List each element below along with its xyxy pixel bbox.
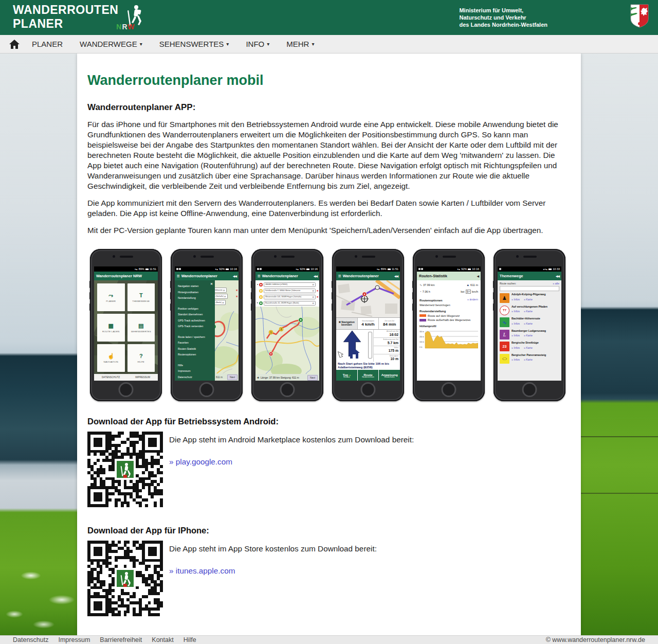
nav-stats-column: Ankunft am Ziel16:02 Entfernung zum Ziel… <box>373 330 400 362</box>
mountain-icon: ▲ <box>466 283 469 287</box>
list-item: ◯ Bergischer Panoramasteig » Infos» Kart… <box>500 354 559 364</box>
phone3-content: ◄386881 5686164 (UTM32)⊗ Schillerstraße … <box>255 280 319 381</box>
clock-icon: ◔ <box>419 290 422 293</box>
battery-icon <box>145 269 149 271</box>
content-box: Wanderroutenplaner mobil Wanderroutenpla… <box>77 53 581 636</box>
list-item: 23 Bergische Streifzüge » Infos» Karte <box>500 342 559 351</box>
chevron-down-icon: ▾ <box>140 41 142 47</box>
phone-screenshot-navigation: ▾▲89%11:51 ≡Wanderroutenplaner◀◀ <box>332 249 404 401</box>
delete-icon: ✖ <box>317 290 319 292</box>
phone3-screen: ▾▲92%10:16 ≡Wanderroutenplaner◀◀ ◄386881… <box>255 266 319 381</box>
navigation-map <box>336 280 400 317</box>
recalculate-button: RouteNeuberechnen <box>358 370 379 381</box>
camera-dot <box>193 255 196 258</box>
nav-item-wanderwege[interactable]: WANDERWEGE▾ <box>80 40 142 48</box>
list-item: ♟ Adolph-Kolping-Pilgerweg » Infos» Kart… <box>500 293 559 303</box>
phone5-content: ∿37.99 km ▲611 m ◔7:36 h bei5▾km/h Route… <box>417 280 481 381</box>
route-inputs: ◄386881 5686164 (UTM32)⊗ Schillerstraße … <box>255 280 319 307</box>
phone1-screen: ▾▲89%11:51 Wanderroutenplaner NRW ⤳PLANE… <box>94 266 158 381</box>
phone-screenshot-statistics: ▾▲92%10:16 Routen-Statistik◀ ∿37.99 km ▲… <box>413 249 485 401</box>
tile-planer: ⤳PLANER <box>97 283 125 311</box>
app-header: Wanderroutenplaner NRW <box>94 272 158 280</box>
nrw-letters: NRW <box>116 23 135 31</box>
hamburger-icon: ≡ <box>177 274 180 279</box>
nav-item-info[interactable]: INFO▾ <box>246 40 269 48</box>
footer-link-kontakt[interactable]: Kontakt <box>152 636 173 643</box>
hiker-icon: NRW <box>122 3 148 32</box>
itunes-apple-link[interactable]: » itunes.apple.com <box>169 566 235 576</box>
nav-item-mehr[interactable]: MEHR▾ <box>286 40 314 48</box>
via-pin-icon <box>259 289 263 293</box>
camera-dot <box>516 255 519 258</box>
paragraph-1: Für das iPhone und für Smartphones mit d… <box>87 119 571 191</box>
speaker-slot <box>281 256 295 258</box>
route-map: 1 2 <box>255 307 319 374</box>
site-logo[interactable]: WANDERROUTEN PLANER NRW <box>13 3 148 32</box>
iphone-download-heading: Download der App für IPhone: <box>87 526 581 535</box>
l-badge-icon: L <box>500 330 509 339</box>
clear-icon: ⊗ <box>312 296 314 298</box>
android-download-text: Die App steht im Android Marketplace kos… <box>169 432 414 507</box>
logo-line1: WANDERROUTEN <box>13 3 118 17</box>
ministry-line2: Naturschutz und Verkehr <box>459 14 547 21</box>
app-header: Themenwege◀◀ <box>498 272 561 280</box>
home-button <box>522 382 537 397</box>
navi-button: Navi <box>307 375 318 381</box>
target-pin-icon <box>259 301 263 305</box>
nav-item-planer[interactable]: PLANER <box>32 40 63 48</box>
route-icon: ⤳ <box>108 293 113 298</box>
svg-text:100 m: 100 m <box>419 341 424 343</box>
trail-marker-icon: T <box>139 293 143 298</box>
hamburger-icon: ≡ <box>258 274 261 279</box>
android-download-block: Die App steht im Android Marketplace kos… <box>87 432 581 507</box>
battery-percent: 89% <box>139 267 144 271</box>
footer-link-barrierefreiheit[interactable]: Barrierefreiheit <box>100 636 142 643</box>
chevron-down-icon: ▾ <box>312 41 314 47</box>
nav-item-sehenswertes[interactable]: SEHENSWERTES▾ <box>159 40 229 48</box>
clear-icon: ⊗ <box>312 302 314 305</box>
hamburger-icon: ≡ <box>338 274 341 279</box>
svg-text:200 m: 200 m <box>419 336 424 338</box>
android-qr-code <box>87 432 163 507</box>
site-header: WANDERROUTEN PLANER NRW Ministerium für … <box>0 0 658 35</box>
app-header: ≡Wanderroutenplaner◀◀ <box>255 272 319 280</box>
sound-toggle-button: Ton ●Ein/Aus <box>336 370 357 381</box>
camera-dot <box>355 255 357 258</box>
home-icon[interactable] <box>9 39 21 50</box>
app-header: ≡Wanderroutenplaner◀◀ <box>175 272 239 280</box>
speaker-slot <box>443 256 456 258</box>
badge-23-icon: 23 <box>500 342 509 351</box>
play-google-link[interactable]: » play.google.com <box>169 457 232 467</box>
speaker-slot <box>200 256 214 258</box>
rewind-icon: ◀◀ <box>556 274 559 278</box>
elevation-profile-chart: 300 m 200 m 100 m 0 m <box>419 329 478 351</box>
rewind-icon: ◀◀ <box>394 274 398 278</box>
tile-navigation: ☝NAVIGATION <box>97 344 125 372</box>
chevron-down-icon: ▾ <box>469 291 470 293</box>
zoom-in-icon: + <box>257 376 259 380</box>
phone4-screen: ▾▲89%11:51 ≡Wanderroutenplaner◀◀ <box>336 266 400 381</box>
page-subtitle: Wanderroutenplaner APP: <box>87 102 581 113</box>
phone6-screen: ● ▾▲10:33 Themenwege◀◀ Route suchen:» al… <box>498 266 561 381</box>
ascent-value: 611 m <box>470 283 478 287</box>
svg-text:0 m: 0 m <box>419 346 423 348</box>
footer-link-impressum[interactable]: Impressum <box>58 636 90 643</box>
main-navigation: PLANER WANDERWEGE▾ SEHENSWERTES▾ INFO▾ M… <box>0 35 658 53</box>
page-title: Wanderroutenplaner mobil <box>87 73 581 88</box>
phone2-screen: ▾▲92%10:16 ≡Wanderroutenplaner◀◀ <box>175 266 239 381</box>
qr-center-logo <box>116 460 135 479</box>
footer-link-datenschutz[interactable]: Datenschutz <box>13 636 48 643</box>
status-bar: ▾▲89%11:51 <box>94 266 158 272</box>
phone4-content: ✖ Navigation beenden Geschwindigkeit4 km… <box>336 280 400 381</box>
qr-center-logo <box>116 569 135 588</box>
close-icon: ✕ <box>210 282 213 285</box>
direction-arrow-zone <box>336 330 368 362</box>
site-logo-text: WANDERROUTEN PLANER <box>13 3 118 32</box>
footer-link-hilfe[interactable]: Hilfe <box>184 636 196 643</box>
phone-screenshot-themenwege: ● ▾▲10:33 Themenwege◀◀ Route suchen:» al… <box>494 249 565 401</box>
status-bar: ▾▲92%10:16 <box>417 266 481 272</box>
delete-icon: ✖ <box>317 296 319 298</box>
aerial-map-background: ⤳PLANER TTHEMENWEGE ▦ROUTE LADEN ▤SEHENS… <box>94 280 158 381</box>
camera-dot <box>274 255 277 258</box>
copyright: © www.wanderroutenplaner.nrw.de <box>546 636 645 643</box>
